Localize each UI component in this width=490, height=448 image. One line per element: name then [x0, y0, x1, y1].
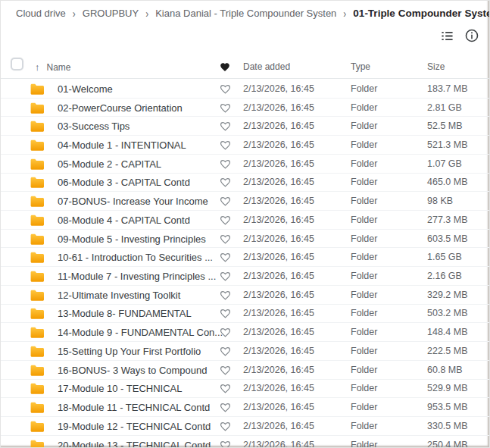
- table-row[interactable]: 09-Module 5 - Investing Principles 2/13/…: [1, 230, 489, 249]
- file-size: 503.2 MB: [427, 308, 468, 318]
- file-date-added: 2/13/2026, 16:45: [243, 252, 314, 262]
- folder-icon: [30, 176, 44, 188]
- table-row[interactable]: 07-BONUS- Increase Your Income 2/13/2026…: [1, 192, 489, 211]
- file-name: 12-Ultimate Investing Toolkit: [58, 289, 180, 300]
- folder-icon: [30, 401, 44, 413]
- file-name: 10-61 - Introduction To Securities ...: [58, 252, 213, 263]
- favorite-heart-icon[interactable]: [220, 215, 231, 225]
- table-row[interactable]: 19-Module 12 - TECHNICAL Contd 2/13/2026…: [1, 417, 489, 436]
- sort-ascending-icon: ↑: [35, 61, 40, 73]
- favorite-heart-icon[interactable]: [220, 102, 231, 113]
- table-row[interactable]: 20-Module 13 - TECHNICAL Contd 2/13/2026…: [1, 436, 489, 447]
- file-name: 08-Module 4 - CAPITAL Contd: [58, 214, 190, 225]
- column-header-favorite heart-icon[interactable]: [220, 62, 230, 72]
- folder-icon: [30, 420, 44, 432]
- table-row[interactable]: 08-Module 4 - CAPITAL Contd 2/13/2026, 1…: [1, 211, 489, 230]
- file-date-added: 2/13/2026, 16:45: [243, 421, 314, 431]
- file-name: 18-Module 11 - TECHNICAL Contd: [58, 402, 210, 413]
- breadcrumb-item-cloud-drive[interactable]: Cloud drive: [16, 8, 66, 19]
- file-size: 2.16 GB: [427, 271, 462, 281]
- table-row[interactable]: 11-Module 7 - Investing Principles ... 2…: [1, 267, 489, 286]
- folder-icon: [30, 158, 44, 170]
- folder-icon: [30, 233, 44, 245]
- select-all-checkbox[interactable]: [11, 58, 23, 70]
- file-size: 277.3 MB: [427, 215, 468, 225]
- file-name: 13-Module 8- FUNDAMENTAL: [58, 308, 192, 319]
- file-date-added: 2/13/2026, 16:45: [243, 158, 314, 169]
- favorite-heart-icon[interactable]: [220, 421, 231, 431]
- folder-icon: [30, 120, 44, 132]
- file-size: 1.65 GB: [427, 252, 462, 262]
- breadcrumb-item-groupbuy[interactable]: GROUPBUY: [83, 8, 139, 19]
- column-header-name[interactable]: ↑ Name: [35, 61, 71, 73]
- folder-icon: [30, 289, 44, 301]
- file-type: Folder: [351, 196, 377, 206]
- file-date-added: 2/13/2026, 16:45: [243, 215, 314, 225]
- table-row[interactable]: 02-PowerCourse Orientation 2/13/2026, 16…: [1, 99, 489, 117]
- table-header: ↑ Name Date added Type Size: [1, 55, 489, 79]
- breadcrumb-item-parent-folder[interactable]: Kiana Danial - Triple Compounder Systen: [155, 8, 336, 19]
- file-type: Folder: [351, 440, 377, 447]
- favorite-heart-icon[interactable]: [220, 402, 231, 412]
- file-type: Folder: [351, 346, 377, 356]
- file-size: 222.5 MB: [427, 346, 468, 356]
- table-row[interactable]: 13-Module 8- FUNDAMENTAL 2/13/2026, 16:4…: [1, 305, 489, 324]
- file-date-added: 2/13/2026, 16:45: [243, 402, 314, 412]
- column-header-size[interactable]: Size: [427, 61, 445, 72]
- file-size: 465.0 MB: [427, 177, 468, 187]
- file-date-added: 2/13/2026, 16:45: [243, 177, 314, 187]
- breadcrumb: Cloud drive › GROUPBUY › Kiana Danial - …: [16, 8, 482, 19]
- table-row[interactable]: 03-Success Tips 2/13/2026, 16:45 Folder …: [1, 117, 489, 136]
- breadcrumb-current-folder[interactable]: 01-Triple Compounder System: [353, 8, 490, 19]
- file-date-added: 2/13/2026, 16:45: [243, 233, 314, 244]
- favorite-heart-icon[interactable]: [220, 83, 231, 94]
- column-header-type[interactable]: Type: [351, 61, 370, 72]
- file-size: 521.3 MB: [427, 139, 468, 150]
- folder-icon: [30, 251, 44, 263]
- folder-icon: [30, 364, 44, 376]
- table-row[interactable]: 01-Welcome 2/13/2026, 16:45 Folder 183.7…: [1, 80, 489, 99]
- table-row[interactable]: 05-Module 2 - CAPITAL 2/13/2026, 16:45 F…: [1, 155, 489, 174]
- table-row[interactable]: 10-61 - Introduction To Securities ... 2…: [1, 248, 489, 267]
- table-row[interactable]: 12-Ultimate Investing Toolkit 2/13/2026,…: [1, 286, 489, 305]
- favorite-heart-icon[interactable]: [220, 308, 231, 318]
- favorite-heart-icon[interactable]: [220, 290, 231, 300]
- favorite-heart-icon[interactable]: [220, 346, 231, 356]
- favorite-heart-icon[interactable]: [220, 158, 231, 169]
- file-name: 09-Module 5 - Investing Principles: [58, 233, 206, 244]
- favorite-heart-icon[interactable]: [220, 440, 231, 447]
- file-date-added: 2/13/2026, 16:45: [243, 271, 314, 281]
- table-row[interactable]: 14-Module 9 - FUNDAMENTAL Con... 2/13/20…: [1, 323, 489, 342]
- file-type: Folder: [351, 421, 377, 431]
- table-row[interactable]: 18-Module 11 - TECHNICAL Contd 2/13/2026…: [1, 398, 489, 417]
- favorite-heart-icon[interactable]: [220, 196, 231, 206]
- list-view-icon[interactable]: [440, 29, 454, 43]
- favorite-heart-icon[interactable]: [220, 177, 231, 187]
- favorite-heart-icon[interactable]: [220, 271, 231, 281]
- favorite-heart-icon[interactable]: [220, 365, 231, 375]
- table-row[interactable]: 17-Module 10 - TECHNICAL 2/13/2026, 16:4…: [1, 380, 489, 399]
- column-header-date-added[interactable]: Date added: [243, 61, 290, 72]
- favorite-heart-icon[interactable]: [220, 121, 231, 131]
- info-icon[interactable]: [464, 28, 479, 43]
- file-date-added: 2/13/2026, 16:45: [243, 83, 314, 94]
- favorite-heart-icon[interactable]: [220, 383, 231, 393]
- file-size: 329.2 MB: [427, 290, 468, 300]
- table-row[interactable]: 06-Module 3 - CAPITAL Contd 2/13/2026, 1…: [1, 174, 489, 193]
- file-date-added: 2/13/2026, 16:45: [243, 383, 314, 393]
- file-type: Folder: [351, 252, 377, 262]
- file-type: Folder: [351, 271, 377, 281]
- table-row[interactable]: 15-Setting Up Your First Portfolio 2/13/…: [1, 342, 489, 361]
- favorite-heart-icon[interactable]: [220, 252, 231, 262]
- favorite-heart-icon[interactable]: [220, 233, 231, 244]
- file-size: 98 KB: [427, 196, 453, 206]
- file-size: 148.4 MB: [427, 327, 468, 337]
- table-row[interactable]: 04-Module 1 - INTENTIONAL 2/13/2026, 16:…: [1, 136, 489, 155]
- file-type: Folder: [351, 139, 377, 150]
- file-date-added: 2/13/2026, 16:45: [243, 346, 314, 356]
- folder-icon: [30, 439, 44, 447]
- favorite-heart-icon[interactable]: [220, 139, 231, 150]
- favorite-heart-icon[interactable]: [220, 327, 231, 337]
- file-name: 20-Module 13 - TECHNICAL Contd: [58, 439, 211, 447]
- table-row[interactable]: 16-BONUS- 3 Ways to Compound 2/13/2026, …: [1, 361, 489, 380]
